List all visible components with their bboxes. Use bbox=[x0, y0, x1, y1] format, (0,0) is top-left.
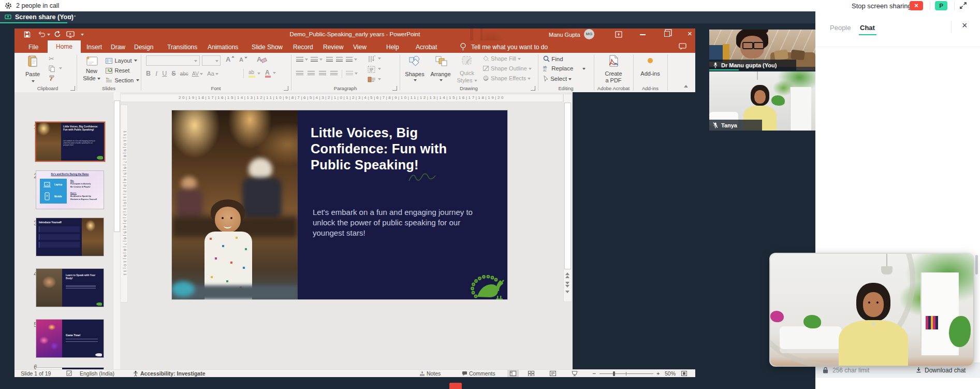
tab-record[interactable]: Record bbox=[293, 44, 313, 51]
tab-view[interactable]: View bbox=[353, 44, 367, 51]
scroll-down-button[interactable] bbox=[565, 293, 569, 302]
zoom-out-button[interactable]: − bbox=[592, 370, 596, 377]
italic-button[interactable]: I bbox=[155, 70, 157, 77]
font-name-combobox[interactable] bbox=[146, 55, 200, 66]
section-button[interactable]: Section bbox=[106, 75, 139, 84]
font-size-combobox[interactable] bbox=[202, 55, 221, 66]
participant-video-2[interactable]: Tanya bbox=[709, 71, 815, 131]
zoom-slider-thumb[interactable] bbox=[613, 371, 615, 376]
bold-button[interactable]: B bbox=[146, 70, 151, 77]
reading-view-button[interactable] bbox=[550, 371, 556, 376]
char-spacing-button[interactable]: AV bbox=[192, 70, 199, 77]
accessibility-status[interactable]: Accessibility: Investigate bbox=[140, 370, 205, 377]
next-slide-button[interactable] bbox=[565, 282, 569, 287]
font-name-chevron[interactable] bbox=[194, 60, 197, 62]
tab-acrobat[interactable]: Acrobat bbox=[416, 44, 437, 51]
addins-button[interactable]: Add-ins bbox=[634, 70, 666, 77]
fit-to-window-button[interactable] bbox=[681, 371, 687, 376]
tab-chat[interactable]: Chat bbox=[860, 24, 875, 32]
bullets-chevron[interactable] bbox=[305, 59, 308, 61]
slide-subtitle[interactable]: Let's embark on a fun and engaging journ… bbox=[313, 207, 487, 238]
change-case-chevron[interactable] bbox=[215, 73, 218, 75]
tab-insert[interactable]: Insert bbox=[86, 44, 102, 51]
smartart-chevron[interactable] bbox=[378, 78, 381, 80]
zoom-in-button[interactable]: + bbox=[656, 370, 660, 377]
select-button[interactable]: Select bbox=[543, 75, 572, 82]
new-slide-button[interactable]: New Slide bbox=[80, 54, 104, 85]
taskbar-app-indicator[interactable] bbox=[449, 383, 462, 389]
profile-badge[interactable]: P bbox=[935, 1, 947, 10]
numbering-icon[interactable] bbox=[311, 57, 318, 63]
thumbnail-slide-5[interactable]: Game Time! bbox=[36, 320, 104, 357]
thumbnail-slide-3[interactable]: Introduce Yourself bbox=[36, 218, 104, 256]
columns-icon[interactable] bbox=[346, 71, 353, 77]
fullscreen-expand-icon[interactable] bbox=[959, 2, 967, 9]
align-right-icon[interactable] bbox=[319, 71, 326, 77]
settings-gear-icon[interactable] bbox=[5, 2, 12, 9]
clipboard-dialog-launcher[interactable] bbox=[70, 86, 75, 91]
tab-slide-show[interactable]: Slide Show bbox=[252, 44, 283, 51]
tab-help[interactable]: Help bbox=[386, 44, 399, 51]
align-left-icon[interactable] bbox=[296, 71, 303, 77]
restore-button[interactable] bbox=[664, 31, 670, 37]
align-text-chevron[interactable] bbox=[378, 68, 381, 70]
clear-formatting-button[interactable]: A bbox=[257, 55, 261, 63]
line-spacing-icon[interactable] bbox=[346, 57, 353, 63]
slide-area-scrollbar[interactable] bbox=[563, 94, 572, 302]
feedback-comment-icon[interactable] bbox=[679, 43, 686, 50]
abc-strike-button[interactable]: abc bbox=[180, 71, 188, 77]
slide-title[interactable]: Little Voices, Big Confidence: Fun with … bbox=[311, 125, 487, 173]
shape-fill-button[interactable]: Shape Fill bbox=[482, 55, 521, 62]
thumbnail-slide-4[interactable]: Learn to Speak with Your Body! bbox=[36, 269, 104, 307]
grow-font-button[interactable]: A bbox=[226, 55, 230, 63]
cut-icon[interactable]: ✂ bbox=[49, 55, 54, 63]
tab-review[interactable]: Review bbox=[323, 44, 343, 51]
numbering-chevron[interactable] bbox=[319, 59, 323, 61]
minimize-button[interactable] bbox=[640, 34, 646, 35]
thumbnail-slide-2[interactable]: Do's and Don'ts During the Demo Laptop M… bbox=[36, 171, 104, 209]
change-case-button[interactable]: Aa bbox=[207, 70, 214, 77]
underline-button[interactable]: U bbox=[162, 70, 167, 77]
text-direction-chevron[interactable] bbox=[378, 57, 381, 60]
slide-canvas[interactable]: Little Voices, Big Confidence: Fun with … bbox=[172, 110, 507, 299]
ribbon-display-options-icon[interactable] bbox=[615, 31, 622, 38]
decrease-indent-icon[interactable] bbox=[326, 57, 333, 63]
tell-me-label[interactable]: Tell me what you want to do bbox=[471, 44, 548, 51]
shape-outline-button[interactable]: Shape Outline bbox=[482, 65, 532, 71]
previous-slide-button[interactable] bbox=[565, 272, 569, 278]
tab-home[interactable]: Home bbox=[48, 40, 81, 53]
increase-indent-icon[interactable] bbox=[336, 57, 343, 63]
create-pdf-label2[interactable]: a PDF bbox=[595, 77, 632, 83]
char-spacing-chevron[interactable] bbox=[200, 73, 203, 75]
participant-video-1[interactable]: Dr Manu gupta (You) bbox=[709, 30, 815, 70]
align-center-icon[interactable] bbox=[308, 71, 315, 77]
columns-chevron[interactable] bbox=[355, 73, 358, 75]
notes-button[interactable]: Notes bbox=[419, 370, 441, 377]
layout-button[interactable]: Layout bbox=[106, 55, 137, 65]
floating-video[interactable] bbox=[770, 254, 973, 366]
tab-people[interactable]: People bbox=[830, 24, 851, 32]
close-panel-button[interactable]: × bbox=[962, 20, 968, 31]
chat-input-area[interactable] bbox=[815, 377, 980, 389]
replace-chevron[interactable] bbox=[582, 68, 586, 70]
reset-button[interactable]: Reset bbox=[106, 65, 129, 75]
find-button[interactable]: Find bbox=[543, 55, 563, 62]
user-avatar[interactable]: MG bbox=[584, 29, 594, 39]
share-menu-dots[interactable]: ··· bbox=[68, 12, 77, 20]
format-painter-icon[interactable] bbox=[49, 75, 55, 81]
scrollbar-thumb[interactable] bbox=[564, 103, 571, 269]
copy-chevron[interactable] bbox=[59, 67, 62, 69]
text-direction-icon[interactable] bbox=[368, 55, 376, 63]
collapse-ribbon-chevron[interactable] bbox=[684, 85, 688, 88]
shapes-button[interactable]: Shapes bbox=[403, 54, 427, 85]
tab-animations[interactable]: Animations bbox=[208, 44, 238, 51]
normal-view-button[interactable] bbox=[507, 370, 519, 377]
tab-design[interactable]: Design bbox=[134, 44, 153, 51]
text-highlight-button[interactable]: ab bbox=[248, 69, 254, 75]
thumbnail-scrollbar[interactable] bbox=[113, 92, 120, 369]
tab-file[interactable]: File bbox=[28, 44, 38, 51]
close-button[interactable]: × bbox=[688, 29, 692, 38]
comments-button[interactable]: Comments bbox=[462, 370, 495, 377]
zoom-level[interactable]: 50% bbox=[665, 370, 676, 377]
shape-effects-button[interactable]: Shape Effects bbox=[482, 75, 531, 81]
